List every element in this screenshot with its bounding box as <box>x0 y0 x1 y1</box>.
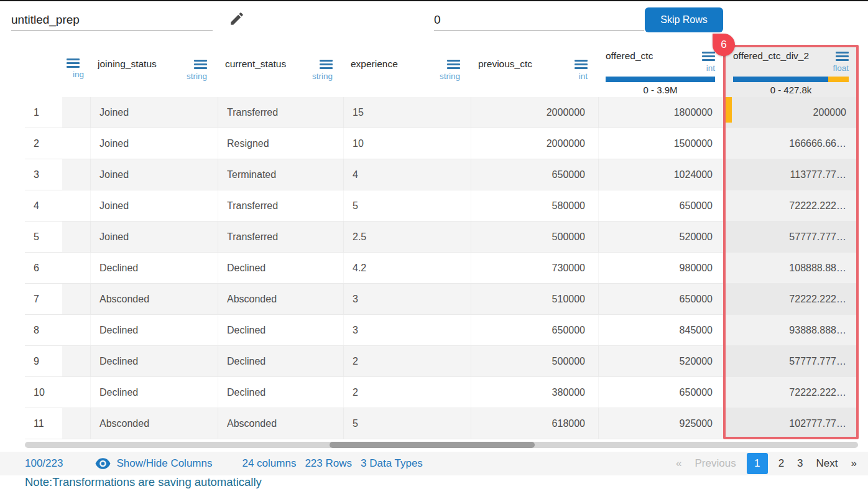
header-joining-status[interactable]: joining_status string <box>90 45 215 97</box>
page-button-3[interactable]: 3 <box>795 457 805 470</box>
row-number: 8 <box>25 315 62 345</box>
row-number: 3 <box>25 159 62 190</box>
cell-joining-status: Joined <box>90 97 215 128</box>
cell-offered-ctc: 650000 <box>598 377 723 408</box>
cell-hidden-partial <box>65 284 87 314</box>
cell-current-status: Transferred <box>218 190 340 221</box>
cell-current-status: Resigned <box>218 128 340 159</box>
data-types-count: 3 Data Types <box>361 457 423 470</box>
column-range-label: 0 - 427.8k <box>733 85 849 95</box>
column-title: offered_ctc <box>606 50 653 62</box>
row-number: 7 <box>25 284 62 314</box>
column-type-label: string <box>98 72 207 81</box>
previous-page-button[interactable]: Previous <box>692 457 738 470</box>
table-row: 9 Declined Declined 2 500000 520000 5777… <box>25 346 856 377</box>
column-title: experience <box>351 58 398 70</box>
cell-offered-ctc-div-2: 93888.888… <box>726 315 856 345</box>
cell-experience: 4.2 <box>343 253 468 283</box>
cell-current-status: Absconded <box>218 284 340 314</box>
skip-rows-input[interactable] <box>434 9 644 31</box>
header-experience[interactable]: experience string <box>343 45 468 97</box>
show-hide-columns-button[interactable]: Show/Hide Columns <box>95 457 212 470</box>
cell-joining-status: Declined <box>90 253 215 283</box>
cell-offered-ctc: 1800000 <box>598 97 723 128</box>
cell-current-status: Transferred <box>218 222 340 252</box>
column-menu-icon[interactable] <box>836 52 849 61</box>
table-row: 6 Declined Declined 4.2 730000 980000 10… <box>25 253 856 284</box>
row-number: 9 <box>25 346 62 376</box>
header-offered-ctc-div-2[interactable]: offered_ctc_div_2 float 0 - 427.8k <box>726 45 856 97</box>
cell-current-status: Absconded <box>218 408 340 439</box>
edit-name-button[interactable] <box>228 10 246 29</box>
row-number: 4 <box>25 190 62 221</box>
column-range-label: 0 - 3.9M <box>606 85 715 95</box>
cell-experience: 5 <box>343 408 468 439</box>
cell-joining-status: Declined <box>90 315 215 345</box>
cell-current-status: Declined <box>218 377 340 408</box>
cell-experience: 2 <box>343 377 468 408</box>
header-previous-ctc[interactable]: previous_ctc int <box>471 45 595 97</box>
table-row: 2 Joined Resigned 10 2000000 1500000 166… <box>25 128 856 159</box>
row-number: 5 <box>25 222 62 252</box>
column-title: offered_ctc_div_2 <box>733 50 809 62</box>
cell-offered-ctc-div-2: 102777.77… <box>726 408 856 439</box>
column-type-label: int <box>478 72 588 81</box>
column-menu-icon[interactable] <box>67 58 80 68</box>
header-partial-column[interactable]: ing <box>65 45 87 97</box>
pagination: « Previous 1 2 3 Next » <box>673 453 859 474</box>
cell-experience: 15 <box>343 97 468 128</box>
column-type-label: ing <box>73 70 80 79</box>
cell-offered-ctc: 650000 <box>598 190 723 221</box>
cell-offered-ctc: 520000 <box>598 222 723 252</box>
skip-rows-button[interactable]: Skip Rows <box>645 7 723 32</box>
first-page-button[interactable]: « <box>673 457 684 470</box>
header-offered-ctc[interactable]: offered_ctc int 0 - 3.9M <box>598 45 723 97</box>
cell-joining-status: Joined <box>90 128 215 159</box>
column-menu-icon[interactable] <box>702 52 715 61</box>
column-menu-icon[interactable] <box>447 60 460 69</box>
table-row: 3 Joined Terminated 4 650000 1024000 113… <box>25 159 856 190</box>
value-distribution-bar <box>606 77 715 82</box>
cell-current-status: Terminated <box>218 159 340 190</box>
cell-offered-ctc: 520000 <box>598 346 723 376</box>
cell-hidden-partial <box>65 159 87 190</box>
header-current-status[interactable]: current_status string <box>218 45 340 97</box>
show-hide-columns-label: Show/Hide Columns <box>116 457 212 470</box>
cell-hidden-partial <box>65 222 87 252</box>
cell-joining-status: Joined <box>90 159 215 190</box>
table-footer: 100/223 Show/Hide Columns 24 columns 223… <box>0 452 868 475</box>
columns-count: 24 columns <box>242 457 296 470</box>
cell-offered-ctc-div-2: 72222.222… <box>726 190 856 221</box>
column-type-label: string <box>225 72 333 81</box>
cell-offered-ctc: 980000 <box>598 253 723 283</box>
cell-hidden-partial <box>65 190 87 221</box>
page-button-1[interactable]: 1 <box>747 453 768 474</box>
cell-hidden-partial <box>65 253 87 283</box>
cell-offered-ctc: 1024000 <box>598 159 723 190</box>
row-number: 2 <box>25 128 62 159</box>
row-number: 11 <box>25 408 62 439</box>
column-type-label: string <box>351 72 460 81</box>
value-distribution-bar <box>733 77 849 82</box>
rows-count: 223 Rows <box>305 457 352 470</box>
cell-previous-ctc: 650000 <box>471 315 595 345</box>
pencil-icon <box>229 19 245 29</box>
cell-experience: 2.5 <box>343 222 468 252</box>
column-menu-icon[interactable] <box>575 60 588 69</box>
cell-joining-status: Joined <box>90 190 215 221</box>
horizontal-scrollbar[interactable] <box>25 442 858 448</box>
prep-name-input[interactable] <box>11 9 213 31</box>
next-page-button[interactable]: Next <box>814 457 841 470</box>
page-button-2[interactable]: 2 <box>776 457 787 470</box>
table-row: 4 Joined Transferred 5 580000 650000 722… <box>25 190 856 222</box>
eye-icon <box>95 458 111 469</box>
step-badge: 6 <box>713 34 735 56</box>
cell-offered-ctc-div-2: 57777.777… <box>726 222 856 252</box>
column-menu-icon[interactable] <box>320 60 333 69</box>
cell-hidden-partial <box>65 377 87 408</box>
column-menu-icon[interactable] <box>194 60 207 69</box>
cell-offered-ctc: 650000 <box>598 284 723 314</box>
last-page-button[interactable]: » <box>849 457 859 470</box>
scrollbar-thumb[interactable] <box>330 442 535 448</box>
cell-offered-ctc: 925000 <box>598 408 723 439</box>
